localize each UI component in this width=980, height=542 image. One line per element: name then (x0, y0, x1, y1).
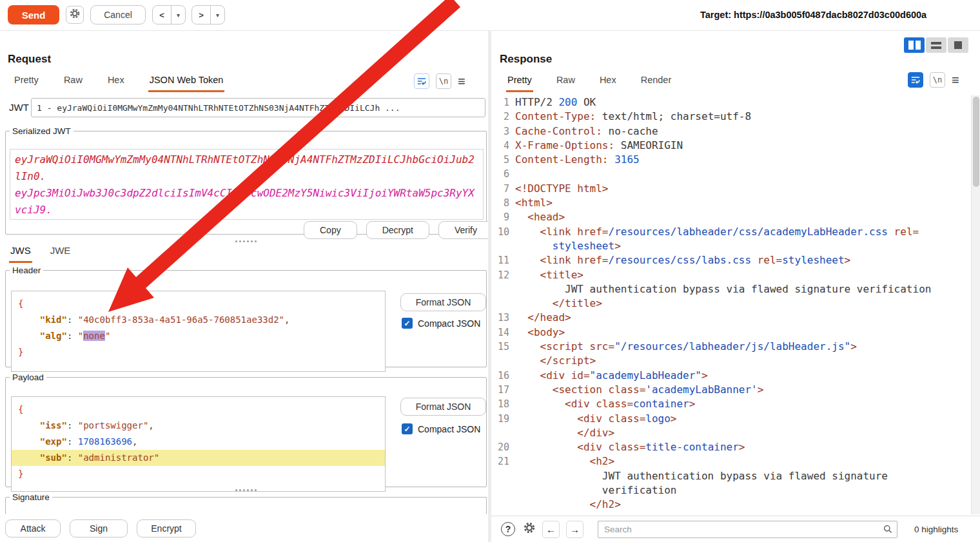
splitter-handle[interactable] (0, 238, 488, 244)
response-tab-render[interactable]: Render (640, 72, 673, 92)
response-tab-pretty[interactable]: Pretty (506, 72, 533, 92)
send-button[interactable]: Send (8, 5, 59, 24)
jwt-bottom-actions: Attack Sign Encrypt (0, 519, 488, 537)
jwt-signature-group: Signature (5, 492, 487, 514)
response-title: Response (500, 53, 552, 66)
serialized-jwt-line: lIn0. (15, 168, 478, 185)
show-newlines-icon[interactable]: \n (930, 72, 945, 88)
code-line: </script> (491, 354, 970, 368)
json-line: } (12, 344, 385, 360)
search-input[interactable] (598, 521, 897, 538)
history-forward-button[interactable]: > ▾ (191, 5, 225, 24)
attack-button[interactable]: Attack (5, 519, 61, 537)
code-line: 2Content-Type: text/html; charset=utf-8 (491, 110, 970, 124)
word-wrap-icon[interactable] (414, 73, 429, 89)
response-scrollbar[interactable] (971, 95, 980, 514)
search-prev-button[interactable]: ← (542, 521, 560, 538)
code-line: 10 <link href=/resources/labheader/css/a… (491, 225, 970, 239)
copy-button[interactable]: Copy (304, 221, 357, 239)
compact-json-checkbox[interactable]: ✓ Compact JSON (402, 423, 480, 434)
encrypt-button[interactable]: Encrypt (137, 519, 196, 537)
jwt-label: JWT (9, 102, 29, 113)
forward-dropdown-icon[interactable]: ▾ (210, 6, 224, 24)
payload-legend: Payload (10, 373, 46, 382)
response-tabs: Pretty Raw Hex Render (506, 72, 672, 92)
json-line: } (12, 466, 385, 482)
burp-repeater-window: Send Cancel < ▾ > ▾ Target: https://0a3b… (0, 0, 980, 542)
code-line: JWT authentication bypass via flawed sig… (491, 282, 970, 296)
cancel-button[interactable]: Cancel (90, 5, 146, 24)
code-line: 14 <body> (491, 325, 970, 340)
help-icon[interactable]: ? (501, 522, 515, 536)
jwt-token-selector-value: 1 - eyJraWQiOiI0MGMwYmZmMy04NTNhLTRhNTEt… (37, 103, 400, 113)
jwt-payload-group: Payload { "iss": "portswigger", "exp": 1… (5, 373, 487, 487)
search-icon (883, 524, 893, 537)
jwt-token-selector[interactable]: 1 - eyJraWQiOiI0MGMwYmZmMy04NTNhLTRhNTEt… (31, 98, 485, 117)
layout-switcher (904, 37, 968, 53)
json-line: { (12, 296, 385, 312)
search-next-button[interactable]: → (566, 521, 583, 538)
code-line: 11 <link href=/resources/css/labs.css re… (491, 253, 970, 267)
response-footer: ? ← → 0 highlights (491, 516, 980, 542)
request-panel: Request Pretty Raw Hex JSON Web Token \n… (0, 31, 488, 542)
serialized-jwt-legend: Serialized JWT (10, 126, 74, 136)
jwt-header-editor[interactable]: { "kid": "40c0bff3-853a-4a51-96a5-760851… (11, 291, 386, 372)
code-line: 20 <div class=title-container> (491, 440, 970, 454)
scrollbar-thumb[interactable] (973, 97, 979, 187)
toolbar: Send Cancel < ▾ > ▾ Target: https://0a3b… (0, 0, 980, 31)
serialized-jwt-line: vciJ9. (15, 202, 478, 218)
checkbox-checked-icon: ✓ (402, 318, 413, 329)
layout-columns-button[interactable] (904, 37, 925, 53)
menu-icon[interactable]: ≡ (952, 73, 959, 86)
serialized-jwt-editor[interactable]: eyJraWQiOiI0MGMwYmZmMy04NTNhLTRhNTEtOTZh… (10, 149, 484, 220)
response-editor-icons: \n ≡ (908, 72, 959, 88)
show-newlines-icon[interactable]: \n (436, 73, 451, 89)
serialized-jwt-line: eyJraWQiOiI0MGMwYmZmMy04NTNhLTRhNTEtOTZh… (15, 151, 478, 168)
verify-button[interactable]: Verify (438, 221, 488, 239)
history-back-button[interactable]: < ▾ (152, 5, 186, 24)
request-tab-json-web-token[interactable]: JSON Web Token (148, 72, 225, 92)
request-tab-hex[interactable]: Hex (106, 72, 126, 92)
search-settings-button[interactable] (523, 521, 536, 537)
json-line: { (12, 402, 385, 418)
send-settings-button[interactable] (66, 6, 84, 24)
json-line: "sub": "administrator" (12, 450, 385, 466)
highlights-count: 0 highlights (914, 525, 958, 534)
json-line: "kid": "40c0bff3-853a-4a51-96a5-760851ae… (12, 312, 385, 328)
response-tab-hex[interactable]: Hex (598, 72, 618, 92)
format-json-button[interactable]: Format JSON (400, 293, 486, 311)
back-dropdown-icon[interactable]: ▾ (171, 6, 185, 24)
back-label: < (153, 6, 171, 24)
jwt-payload-editor[interactable]: { "iss": "portswigger", "exp": 170816369… (11, 396, 386, 492)
target-label: Target: https://0a3b005f0487dacb8027d03c… (700, 10, 980, 20)
splitter-handle[interactable] (0, 487, 488, 492)
gear-icon (69, 8, 81, 22)
menu-icon[interactable]: ≡ (458, 75, 466, 88)
code-line: 13 </head> (491, 311, 970, 325)
request-editor-icons: \n ≡ (414, 73, 466, 89)
request-tab-pretty[interactable]: Pretty (13, 72, 40, 92)
compact-json-label: Compact JSON (418, 424, 480, 434)
layout-single-button[interactable] (948, 37, 968, 53)
format-json-button[interactable]: Format JSON (400, 398, 486, 416)
code-line: 9 <head> (491, 210, 970, 224)
json-line: "exp": 1708163696, (12, 434, 385, 450)
decrypt-button[interactable]: Decrypt (366, 221, 429, 239)
request-tabs: Pretty Raw Hex JSON Web Token (13, 72, 224, 92)
tab-jwe[interactable]: JWE (49, 242, 72, 263)
code-line: 12 <title> (491, 268, 970, 282)
code-line: 1HTTP/2 200 OK (491, 95, 970, 110)
layout-rows-button[interactable] (926, 37, 946, 53)
word-wrap-icon[interactable] (908, 72, 923, 88)
code-line: 4X-Frame-Options: SAMEORIGIN (491, 139, 970, 153)
jwt-header-group: Header { "kid": "40c0bff3-853a-4a51-96a5… (5, 266, 487, 367)
request-tab-raw[interactable]: Raw (63, 72, 84, 92)
code-line: 18 <div class=container> (491, 397, 970, 411)
compact-json-checkbox[interactable]: ✓ Compact JSON (402, 318, 480, 329)
response-tab-raw[interactable]: Raw (555, 72, 576, 92)
sign-button[interactable]: Sign (70, 519, 128, 537)
compact-json-label: Compact JSON (418, 318, 480, 329)
tab-jws[interactable]: JWS (9, 242, 32, 263)
response-editor[interactable]: 1HTTP/2 200 OK2Content-Type: text/html; … (491, 95, 970, 514)
serialized-jwt-line: eyJpc3MiOiJwb3J0c3dpZ2dlciIsImV4cCI6MTcw… (15, 185, 478, 202)
